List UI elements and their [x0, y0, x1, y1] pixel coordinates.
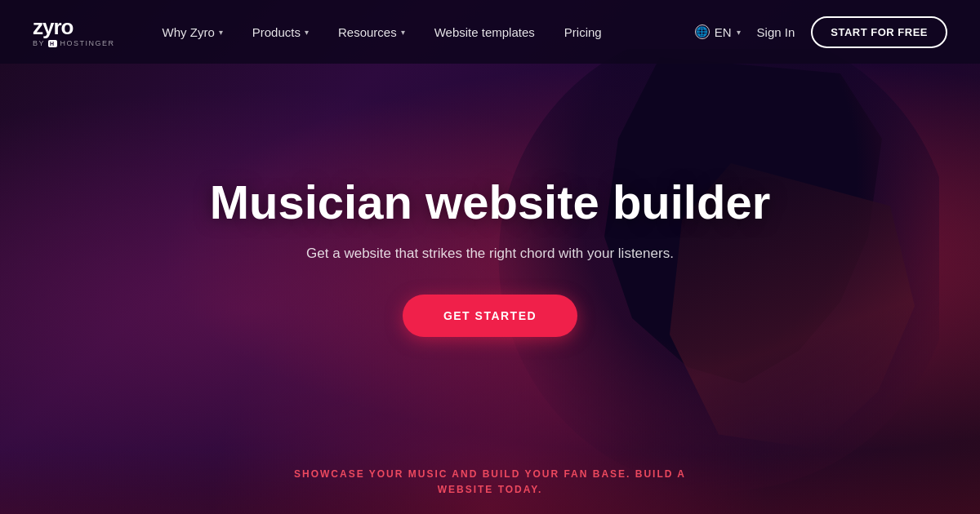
chevron-down-icon: ▾	[219, 28, 223, 37]
nav-item-templates[interactable]: Website templates	[420, 0, 550, 64]
chevron-down-icon: ▾	[737, 28, 741, 37]
start-for-free-button[interactable]: START FOR FREE	[811, 16, 947, 48]
nav-item-products[interactable]: Products ▾	[238, 0, 323, 64]
logo[interactable]: zyro BY H HOSTINGER	[33, 16, 115, 47]
logo-name: zyro	[33, 16, 115, 38]
hostinger-icon: H	[48, 40, 57, 47]
chevron-down-icon: ▾	[305, 28, 309, 37]
navbar: zyro BY H HOSTINGER Why Zyro ▾ Products …	[0, 0, 980, 64]
get-started-button[interactable]: GET STARTED	[403, 295, 577, 337]
nav-right: 🌐 EN ▾ Sign In START FOR FREE	[695, 16, 947, 48]
nav-item-pricing[interactable]: Pricing	[550, 0, 617, 64]
tagline-line1: SHOWCASE YOUR MUSIC AND BUILD YOUR FAN B…	[16, 467, 964, 498]
globe-icon: 🌐	[695, 24, 710, 39]
language-selector[interactable]: 🌐 EN ▾	[695, 24, 741, 39]
hero-content: Musician website builder Get a website t…	[0, 64, 980, 514]
nav-item-resources[interactable]: Resources ▾	[323, 0, 420, 64]
sign-in-link[interactable]: Sign In	[757, 25, 795, 39]
chevron-down-icon: ▾	[401, 28, 405, 37]
hero-subtitle: Get a website that strikes the right cho…	[306, 246, 674, 262]
lang-label: EN	[715, 25, 732, 39]
bottom-tagline: SHOWCASE YOUR MUSIC AND BUILD YOUR FAN B…	[0, 450, 980, 514]
nav-item-why-zyro[interactable]: Why Zyro ▾	[148, 0, 238, 64]
logo-subtitle: BY H HOSTINGER	[33, 39, 115, 47]
hero-title: Musician website builder	[210, 175, 770, 230]
nav-left: zyro BY H HOSTINGER Why Zyro ▾ Products …	[33, 0, 617, 64]
nav-links: Why Zyro ▾ Products ▾ Resources ▾ Websit…	[148, 0, 617, 64]
